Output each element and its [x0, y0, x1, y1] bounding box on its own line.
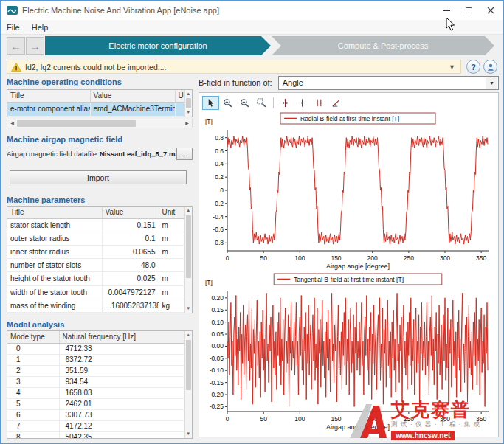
svg-text:250: 250 [404, 415, 414, 423]
table-row[interactable]: outer stator radius0.1m [7, 232, 184, 245]
svg-text:50: 50 [260, 254, 267, 262]
tool-marker-double-button[interactable] [311, 96, 328, 110]
table-row[interactable]: 3934.54 [7, 376, 184, 387]
svg-text:-0.15: -0.15 [210, 379, 224, 386]
svg-text:0.4: 0.4 [215, 160, 224, 167]
svg-text:0: 0 [220, 187, 224, 194]
column-header: Title [7, 207, 102, 218]
menu-file[interactable]: File [1, 21, 26, 33]
tool-zoom-out-button[interactable] [236, 96, 253, 110]
table-cell: m [159, 218, 184, 232]
tool-marker-slope-button[interactable] [328, 96, 345, 110]
table-row[interactable]: inner stator radius0.0655m [7, 245, 184, 258]
bfield-function-label: B-field in function of: [199, 78, 272, 87]
scroll-up-icon[interactable]: ▲ [185, 90, 193, 98]
support-button[interactable] [483, 60, 497, 74]
table-cell: 0.1 [102, 232, 159, 245]
table-row[interactable]: 74172.12 [7, 420, 184, 431]
tool-pointer-button[interactable] [202, 96, 219, 110]
tool-zoom-in-button[interactable] [219, 96, 236, 110]
table-row[interactable]: 85042.35 [7, 431, 184, 439]
table-cell: 1 [7, 354, 59, 365]
tool-marker-vertical-button[interactable] [277, 96, 294, 110]
svg-text:Airgap angle [degree]: Airgap angle [degree] [326, 423, 390, 431]
svg-text:-0.8: -0.8 [213, 239, 224, 246]
back-button[interactable]: ← [7, 37, 25, 55]
step-tab-label: Compute & Post-process [338, 41, 428, 50]
bfield-function-value: Angle [283, 78, 303, 87]
scrollbar-thumb[interactable] [186, 340, 192, 390]
tool-zoom-region-button[interactable] [253, 96, 270, 110]
forward-button[interactable]: → [26, 37, 44, 55]
table-row[interactable]: 41658.03 [7, 387, 184, 398]
scroll-right-icon[interactable]: ▶ [182, 119, 192, 128]
bfield-function-row: B-field in function of: Angle ▼ [199, 75, 499, 90]
step-tab-compute-postprocess[interactable]: Compute & Post-process [272, 36, 494, 55]
table-cell: 0.025 [102, 272, 159, 285]
table-row[interactable]: number of stator slots48.0 [7, 259, 184, 272]
scrollbar-thumb[interactable] [17, 120, 136, 127]
table-cell: 6372.72 [59, 354, 184, 365]
table-row[interactable]: e-motor component aliasemd_ACMachine3Ter… [7, 102, 184, 117]
scrollbar-thumb[interactable] [186, 98, 192, 108]
step-tab-motor-configuration[interactable]: Electric motor configuration [45, 36, 271, 55]
tool-marker-cross-button[interactable] [294, 96, 311, 110]
tangential-bfield-chart[interactable]: 0.200.150.100.050.00-0.05-0.10-0.15-0.20… [201, 273, 496, 432]
svg-text:-0.6: -0.6 [213, 226, 224, 233]
table-row[interactable]: 16372.72 [7, 354, 184, 365]
menu-help[interactable]: Help [26, 21, 55, 33]
scroll-down-icon[interactable]: ▼ [185, 305, 193, 313]
table-cell: m [159, 272, 184, 285]
import-button[interactable]: Import [10, 170, 187, 184]
bfield-function-select[interactable]: Angle ▼ [278, 76, 499, 90]
machine-parameters-table-container: TitleValueUnitstator stack length0.151mo… [7, 206, 193, 313]
table-cell: 4712.33 [59, 343, 184, 354]
scroll-left-icon[interactable]: ◀ [7, 119, 17, 128]
vertical-scrollbar[interactable]: ▲ ▼ [184, 331, 193, 438]
svg-text:350: 350 [476, 254, 486, 262]
table-row[interactable]: 63307.73 [7, 409, 184, 420]
table-row[interactable]: 52462.01 [7, 398, 184, 409]
window-title: Electric Machine Noise And Vibration App… [22, 6, 219, 15]
table-row[interactable]: width of the stator tooth0.0047972127m [7, 285, 184, 299]
scroll-up-icon[interactable]: ▲ [185, 207, 193, 215]
operating-conditions-table: TitleValueUe-motor component aliasemd_AC… [7, 90, 184, 117]
warning-text: Id2, Iq2 currents could not be imported.… [25, 63, 447, 72]
svg-text:0: 0 [226, 415, 229, 423]
table-cell: 351.59 [59, 365, 184, 376]
warning-banner[interactable]: Id2, Iq2 currents could not be imported.… [7, 60, 461, 74]
close-button[interactable] [480, 1, 502, 20]
table-cell: 3307.73 [59, 409, 184, 420]
table-cell: 0.0047972127 [102, 285, 159, 299]
browse-file-button[interactable]: ... [176, 148, 193, 160]
horizontal-scrollbar[interactable]: ◀ ▶ [7, 119, 193, 128]
vertical-scrollbar[interactable]: ▲ ▼ [184, 90, 193, 117]
column-header: Title [7, 90, 90, 102]
scrollbar-thumb[interactable] [186, 215, 192, 278]
person-icon [486, 63, 495, 72]
scroll-down-icon[interactable]: ▼ [185, 108, 193, 117]
table-cell: emd_ACMachine3Terminals [90, 102, 175, 117]
marker-vertical-icon [280, 98, 290, 108]
table-cell [159, 259, 184, 272]
vertical-scrollbar[interactable]: ▲ ▼ [184, 207, 193, 313]
svg-text:0.05: 0.05 [211, 330, 224, 338]
radial-bfield-chart[interactable]: 0.80.60.40.20-0.2-0.4-0.6-0.805010015020… [201, 112, 496, 271]
table-row[interactable]: 2351.59 [7, 365, 184, 376]
table-row[interactable]: 04712.33 [7, 343, 184, 354]
app-icon [7, 5, 18, 15]
scroll-up-icon[interactable]: ▲ [185, 331, 193, 339]
step-tab-label: Electric motor configuration [108, 41, 207, 50]
maximize-button[interactable] [458, 1, 480, 20]
svg-text:200: 200 [367, 415, 378, 423]
table-cell: 2462.01 [59, 398, 184, 409]
table-cell: 5 [7, 398, 59, 409]
table-row[interactable]: stator stack length0.151m [7, 218, 184, 232]
wizard-nav: ← → Electric motor configuration Compute… [1, 36, 503, 55]
help-button[interactable]: ? [466, 60, 480, 74]
table-row[interactable]: mass of the winding...1600528371386kg [7, 299, 184, 312]
chevron-down-icon[interactable]: ▼ [486, 77, 497, 89]
warning-dropdown-icon[interactable]: ▼ [447, 63, 457, 71]
table-row[interactable]: height of the stator tooth0.025m [7, 272, 184, 285]
scroll-down-icon[interactable]: ▼ [185, 430, 193, 438]
